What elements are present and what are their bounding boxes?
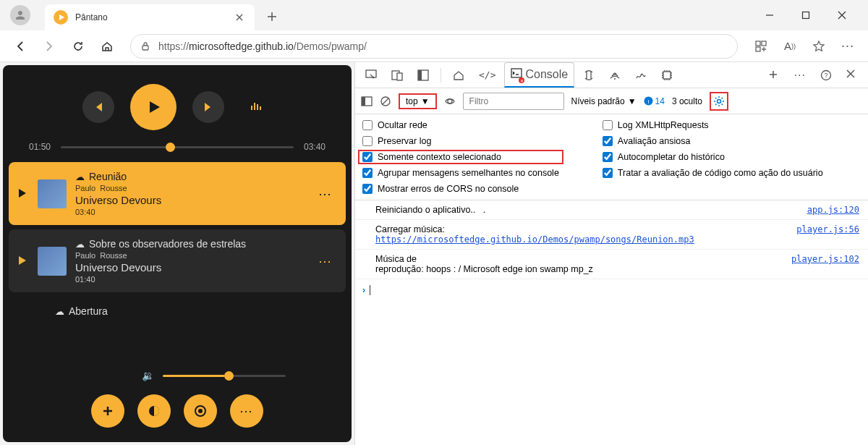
console-link[interactable]: https://microsoftedge.github.io/Demos/pw… (375, 234, 694, 245)
check-agrupar[interactable]: Agrupar mensagens semelhantes no console (362, 168, 559, 178)
check-tratar[interactable]: Tratar a avaliação de código como ação d… (603, 168, 823, 178)
svg-point-25 (448, 99, 452, 103)
sidebar-toggle-button[interactable] (361, 96, 373, 107)
url-text: https://microsoftedge.github.io/Demos/pw… (158, 41, 367, 52)
check-xml[interactable]: Log XMLHttpRequests (603, 120, 823, 130)
title-bar: Pântano (0, 0, 868, 30)
log-levels-dropdown[interactable]: Níveis padrão ▼ (571, 96, 637, 106)
source-link[interactable]: app.js:120 (807, 205, 859, 215)
volume-slider[interactable] (163, 375, 286, 377)
filter-input[interactable] (463, 93, 564, 110)
progress-bar[interactable] (61, 146, 294, 148)
address-bar[interactable]: https://microsoftedge.github.io/Demos/pw… (130, 34, 738, 59)
track-more-button[interactable]: ⋯ (315, 253, 336, 269)
svg-rect-3 (762, 41, 766, 46)
volume-thumb[interactable] (224, 371, 234, 381)
svg-rect-12 (366, 70, 376, 77)
back-button[interactable] (9, 35, 32, 58)
performance-tab[interactable] (629, 65, 652, 85)
svg-rect-6 (254, 103, 255, 110)
menu-button[interactable]: ··· (836, 35, 859, 58)
more-actions-button[interactable]: ⋯ (230, 394, 263, 428)
source-link[interactable]: player.js:56 (796, 224, 859, 245)
devtools: </> ✕ Console ··· ? top ▼ Níveis p (354, 62, 868, 445)
check-somente-contexto[interactable]: Somente contexto selecionado (358, 150, 563, 164)
time-total: 03:40 (304, 142, 326, 152)
check-autocompletar[interactable]: Autocompletar do histórico (603, 152, 823, 162)
track-duration: 01:40 (75, 275, 315, 284)
favorite-button[interactable] (807, 35, 830, 58)
memory-tab[interactable] (655, 65, 678, 85)
track-row[interactable]: ☁Reunião Paulo Rousse Universo Devours 0… (9, 162, 346, 225)
track-more-button[interactable]: ⋯ (315, 186, 336, 202)
device-button[interactable] (386, 65, 409, 85)
tab-title: Pântano (75, 12, 233, 22)
cloud-icon: ☁ (75, 239, 85, 250)
context-dropdown[interactable]: top ▼ (399, 93, 437, 109)
console-settings-button[interactable] (710, 92, 728, 111)
source-link[interactable]: player.js:102 (791, 254, 859, 274)
issues-button[interactable]: i14 (644, 96, 665, 106)
check-ocultar-rede[interactable]: Ocultar rede (362, 120, 559, 130)
track-duration: 03:40 (75, 208, 315, 216)
track-play-icon (19, 255, 30, 268)
svg-point-28 (717, 99, 720, 103)
more-tools-button[interactable] (762, 65, 786, 85)
play-button[interactable] (130, 84, 176, 130)
svg-rect-19 (663, 72, 671, 79)
record-button[interactable] (184, 394, 217, 428)
svg-point-18 (614, 78, 616, 80)
forward-button[interactable] (38, 35, 61, 58)
home-button[interactable] (95, 35, 119, 58)
volume-row: 🔉 (81, 364, 346, 389)
welcome-tab[interactable] (447, 65, 470, 85)
prev-track-button[interactable] (82, 91, 114, 123)
svg-rect-5 (251, 106, 252, 110)
tab-favicon-icon (54, 10, 68, 25)
track-row[interactable]: ☁Abertura (9, 297, 346, 327)
elements-tab[interactable]: </> (473, 65, 501, 85)
check-cors[interactable]: Mostrar erros de CORS no console (362, 184, 559, 194)
progress-thumb[interactable] (166, 143, 175, 152)
read-aloud-button[interactable]: A)) (778, 35, 801, 58)
console-toolbar: top ▼ Níveis padrão ▼ i14 3 oculto (355, 88, 868, 114)
maximize-button[interactable] (794, 4, 817, 27)
prompt-cursor (370, 285, 370, 295)
devtools-tabs: </> ✕ Console ··· ? (355, 62, 868, 88)
inspect-button[interactable] (359, 65, 383, 85)
extensions-button[interactable] (749, 35, 773, 58)
close-window-button[interactable] (830, 4, 854, 27)
profile-avatar[interactable] (10, 5, 30, 25)
help-button[interactable]: ? (814, 65, 838, 85)
refresh-button[interactable] (67, 35, 90, 58)
console-tab[interactable]: ✕ Console (504, 62, 574, 88)
theme-button[interactable] (137, 394, 171, 428)
tab-close-button[interactable] (233, 11, 246, 24)
minimize-button[interactable] (758, 4, 781, 27)
new-tab-button[interactable] (260, 5, 284, 28)
close-devtools-button[interactable] (841, 65, 864, 85)
network-tab[interactable] (603, 65, 626, 85)
browser-tab[interactable]: Pântano (45, 4, 255, 30)
clear-console-button[interactable] (380, 96, 391, 107)
console-row: Reiniciando o aplicativo.. . app.js:120 (355, 200, 868, 220)
check-preservar-log[interactable]: Preservar log (362, 136, 559, 146)
console-prompt[interactable]: › (355, 279, 868, 301)
lock-icon (140, 41, 151, 52)
live-expression-button[interactable] (444, 96, 456, 107)
player-controls (9, 71, 346, 137)
next-track-button[interactable] (192, 91, 224, 123)
check-ansiosa[interactable]: Avaliação ansiosa (603, 136, 823, 146)
add-button[interactable] (91, 394, 124, 428)
svg-rect-1 (142, 46, 148, 50)
svg-text:?: ? (824, 72, 827, 79)
svg-rect-23 (362, 97, 365, 106)
cloud-icon: ☁ (75, 171, 85, 182)
sources-tab[interactable] (577, 65, 600, 85)
dock-button[interactable] (412, 65, 435, 85)
chevron-down-icon: ▼ (628, 96, 637, 106)
settings-more-button[interactable]: ··· (788, 64, 812, 86)
svg-rect-0 (803, 12, 809, 19)
equalizer-button[interactable] (240, 91, 272, 123)
track-row[interactable]: ☁Sobre os observadores de estrelas Paulo… (9, 229, 346, 292)
